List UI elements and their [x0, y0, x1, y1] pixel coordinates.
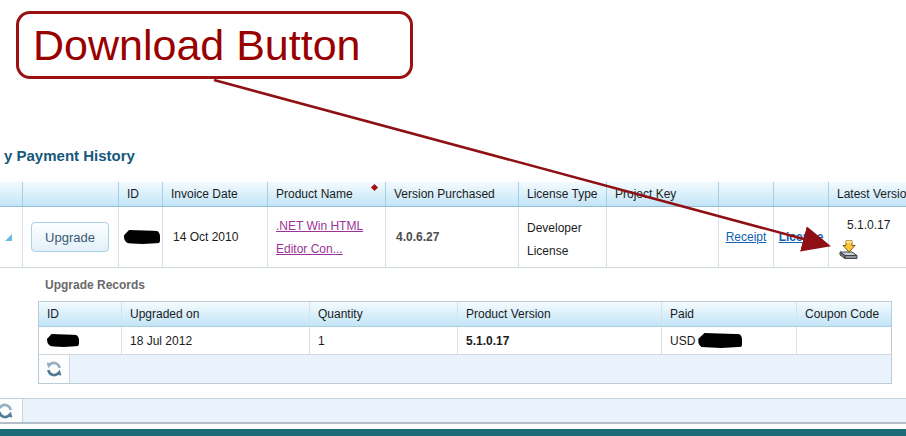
header-receipt-col	[718, 182, 773, 206]
upgrade-records-table: ID Upgraded on Quantity Product Version …	[38, 301, 892, 384]
annotation-box: Download Button	[16, 11, 413, 79]
latest-version-text: 5.1.0.17	[847, 218, 906, 232]
download-button-icon[interactable]	[837, 239, 860, 260]
header-action-col	[22, 182, 118, 206]
version-purchased-cell: 4.0.6.27	[385, 207, 518, 267]
header-product-name[interactable]: Product Name	[267, 182, 385, 206]
ur-coupon-code-cell	[796, 327, 891, 354]
payment-table-header: ID Invoice Date Product Name Version Pur…	[0, 182, 906, 207]
header-latest-version[interactable]: Latest Version	[828, 182, 906, 206]
header-license-type[interactable]: License Type	[518, 182, 606, 206]
receipt-link[interactable]: Receipt	[726, 230, 767, 244]
payment-history-page: y Payment History ID Invoice Date Produc…	[0, 0, 906, 436]
product-name-cell: .NET Win HTML Editor Con...	[267, 207, 385, 267]
ur-footer-spacer	[70, 355, 891, 383]
license-type-cell: Developer License	[518, 207, 606, 267]
header-product-name-label: Product Name	[276, 187, 353, 201]
ur-quantity-cell: 1	[309, 327, 457, 354]
receipt-cell: Receipt	[718, 207, 773, 267]
upgrade-cell: Upgrade	[22, 207, 118, 267]
annotation-label: Download Button	[19, 21, 361, 70]
ur-refresh-cell[interactable]	[39, 355, 70, 383]
bottom-teal-bar	[0, 429, 906, 436]
refresh-icon	[45, 360, 63, 378]
upgrade-records-row: 18 Jul 2012 1 5.1.0.17 USD	[39, 327, 891, 355]
redacted-id	[47, 334, 79, 347]
payment-history-table: ID Invoice Date Product Name Version Pur…	[0, 182, 906, 268]
ur-product-version-cell: 5.1.0.17	[457, 327, 661, 354]
ur-header-quantity[interactable]: Quantity	[309, 302, 457, 326]
redacted-id	[124, 230, 160, 244]
upgrade-button[interactable]: Upgrade	[31, 222, 109, 252]
main-footer-spacer	[23, 399, 906, 422]
header-invoice-date[interactable]: Invoice Date	[162, 182, 267, 206]
ur-paid-cell: USD	[661, 327, 796, 354]
invoice-date-cell: 14 Oct 2010	[162, 207, 267, 267]
latest-version-cell: 5.1.0.17	[828, 207, 906, 267]
ur-upgraded-on-cell: 18 Jul 2012	[121, 327, 309, 354]
project-key-cell	[606, 207, 718, 267]
upgrade-records-heading: Upgrade Records	[45, 278, 145, 292]
paid-currency-text: USD	[670, 334, 695, 348]
page-title: y Payment History	[4, 147, 135, 164]
redacted-amount	[698, 333, 742, 348]
header-expand-col	[0, 182, 22, 206]
license-type-text: Developer License	[519, 207, 597, 263]
header-id[interactable]: ID	[118, 182, 162, 206]
license-cell: License	[773, 207, 828, 267]
header-license-col	[773, 182, 828, 206]
payment-table-footer	[0, 398, 906, 424]
sort-indicator-icon	[371, 184, 378, 191]
header-project-key[interactable]: Project Key	[606, 182, 718, 206]
id-cell	[118, 207, 162, 267]
ur-header-product-version[interactable]: Product Version	[457, 302, 661, 326]
ur-header-id[interactable]: ID	[39, 302, 121, 326]
refresh-icon	[0, 402, 14, 420]
header-version-purchased[interactable]: Version Purchased	[385, 182, 518, 206]
ur-header-upgraded-on[interactable]: Upgraded on	[121, 302, 309, 326]
ur-id-cell	[39, 327, 121, 354]
license-link[interactable]: License	[779, 230, 824, 244]
upgrade-records-header: ID Upgraded on Quantity Product Version …	[39, 302, 891, 327]
row-expand-cell[interactable]	[0, 207, 22, 267]
ur-header-paid[interactable]: Paid	[661, 302, 796, 326]
product-name-link[interactable]: .NET Win HTML Editor Con...	[268, 207, 380, 261]
main-refresh-cell[interactable]	[0, 399, 23, 422]
upgrade-records-footer	[39, 355, 891, 383]
ur-header-coupon-code[interactable]: Coupon Code	[796, 302, 891, 326]
payment-table-row: Upgrade 14 Oct 2010 .NET Win HTML Editor…	[0, 207, 906, 268]
row-expand-triangle-icon	[4, 233, 13, 242]
